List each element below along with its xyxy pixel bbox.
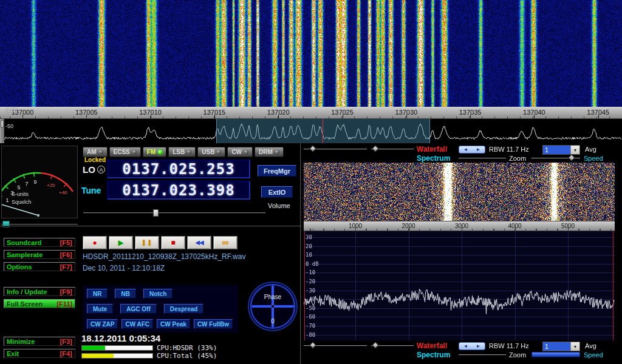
contrast-slider-thumb[interactable] [309,145,316,152]
volume-slider[interactable] [83,209,265,217]
menu-button-key: [F3] [60,338,72,345]
db-scale-label: -40 [306,296,315,302]
af-spectrum[interactable]: 3020100 dB-10-20-30-40-50-60-70-80 [304,231,615,340]
menu-button-label: Exit [7,350,19,357]
dsp-button-cw-afc[interactable]: CW AFC [121,319,153,329]
pause-button[interactable]: ❚❚ [135,236,159,249]
mode-led-icon [158,150,162,154]
menu-button-minimize[interactable]: Minimize[F3] [4,337,75,346]
menu-button-label: Full Screen [7,300,43,308]
menu-button-soundcard[interactable]: Soundcard[F5] [4,238,75,247]
dsp-button-despread[interactable]: Despread [164,304,204,314]
brightness-slider-thumb[interactable] [372,342,378,348]
band-shift-arrows[interactable]: ◄► [459,146,485,153]
menu-button-key: [F5] [60,239,72,246]
waterfall-label[interactable]: Waterfall [417,342,447,350]
freq-scale-tick [470,115,471,118]
waterfall-label[interactable]: Waterfall [417,145,447,153]
db-scale-label: -50 [306,305,315,311]
freq-scale-tick [598,115,599,118]
af-scale-label: 5000 [561,223,575,229]
mode-button-drm[interactable]: DRM [255,147,284,157]
avg-label: Avg [585,146,596,153]
freq-scale-tick [214,115,215,118]
af-spectrum-trace[interactable] [304,231,615,340]
mode-button-am[interactable]: AM [83,147,108,157]
shift-right-arrow-icon[interactable]: ► [472,146,485,153]
dsp-button-cw-peak[interactable]: CW Peak [157,319,190,329]
db-scale-label: -70 [306,323,315,329]
dsp-panel: NRNBNotchMuteAGC OffDespreadCW ZAPCW AFC… [83,285,238,332]
zoom-slider-thumb[interactable] [568,154,575,161]
menu-button-info-update[interactable]: Info / Update[F9] [4,287,75,296]
rewind-button[interactable]: ◀◀ [187,236,211,249]
avg-combo[interactable]: 1▼ [542,145,580,155]
mode-button-fm[interactable]: FM [143,147,166,157]
db-scale-label: -10 [306,269,315,275]
zoom-slider-track[interactable] [459,354,506,356]
avg-combo[interactable]: 1▼ [542,342,580,351]
zoom-slider[interactable] [531,352,580,357]
recording-filename: HDSDR_20111210_120938Z_137025kHz_RF.wav [83,252,245,261]
dsp-button-nb[interactable]: NB [115,289,135,298]
lo-lock-badge-icon[interactable]: A [97,166,105,174]
cpu-bar-fill [82,354,114,358]
extio-button[interactable]: ExtIO [261,186,293,198]
af-waterfall[interactable] [304,163,615,221]
volume-slider-track[interactable] [83,212,265,214]
db-scale-label: -80 [306,332,315,338]
tune-frequency-display[interactable]: 0137.023.398 [107,181,250,200]
af-frequency-scale[interactable]: 10002000300040005000 [304,221,615,231]
menu-button-key: [F9] [60,288,72,295]
af-scale-label: 2000 [402,223,415,229]
combo-dropdown-icon[interactable]: ▼ [570,146,579,154]
rf-waterfall[interactable] [0,0,622,107]
shift-left-arrow-icon[interactable]: ◄ [459,343,472,349]
bottom-control-bar: Waterfall◄►RBW 11.7 Hz1▼AvgSpectrumZoomS… [302,342,622,360]
db-scale-label: 30 [306,234,312,240]
menu-button-options[interactable]: Options[F7] [4,262,75,271]
band-shift-arrows[interactable]: ◄► [459,342,485,350]
dsp-button-cw-zap[interactable]: CW ZAP [87,319,118,329]
mode-label: FM [147,149,156,155]
frequency-manager-button[interactable]: FreqMgr [258,165,296,177]
volume-slider-thumb[interactable] [153,209,159,217]
mode-button-lsb[interactable]: LSB [168,147,196,157]
mode-button-ecss[interactable]: ECSS [109,147,141,157]
dsp-button-cw-fullbw[interactable]: CW FullBw [194,319,233,329]
freq-scale-tick [86,115,87,118]
shift-left-arrow-icon[interactable]: ◄ [459,146,472,153]
freq-scale-tick [343,115,343,118]
dsp-button-nr[interactable]: NR [87,289,108,298]
spectrum-label[interactable]: Spectrum [417,351,450,359]
freq-scale-tick [534,115,535,118]
play-button[interactable]: ▶ [109,236,133,249]
volume-label: Volume [268,202,290,209]
menu-button-label: Options [7,263,32,271]
brightness-slider-thumb[interactable] [372,145,378,152]
combo-dropdown-icon[interactable]: ▼ [570,342,579,351]
shift-right-arrow-icon[interactable]: ► [472,343,485,349]
contrast-slider-thumb[interactable] [309,342,316,348]
mode-button-cw[interactable]: CW [227,147,253,157]
menu-button-samplerate[interactable]: Samplerate[F6] [4,250,75,259]
menu-button-label: Samplerate [7,251,43,258]
rf-spectrum[interactable]: -50 [0,119,622,143]
dsp-button-notch[interactable]: Notch [143,289,173,298]
zoom-slider-track[interactable] [459,158,506,159]
record-button[interactable]: ● [83,236,107,249]
frequency-scale[interactable]: 1370001370051370101370151370201370251370… [0,107,622,119]
dsp-button-agc-off[interactable]: AGC Off [120,304,156,314]
menu-button-full-screen[interactable]: Full Screen[F11] [4,299,75,308]
passband-highlight[interactable] [216,119,430,143]
lo-frequency-display[interactable]: 0137.025.253 [107,160,250,178]
menu-button-exit[interactable]: Exit[F4] [4,349,75,358]
mode-led-icon [187,150,191,154]
stop-button[interactable]: ■ [161,236,185,249]
dsp-button-mute[interactable]: Mute [87,304,113,314]
loop-button[interactable]: ∞ [213,236,238,249]
left-menu: Soundcard[F5]Samplerate[F6]Options[F7]In… [0,0,80,364]
spectrum-label[interactable]: Spectrum [417,154,450,163]
mode-button-usb[interactable]: USB [197,147,225,157]
phase-dial[interactable]: Phase 0 [245,279,300,334]
